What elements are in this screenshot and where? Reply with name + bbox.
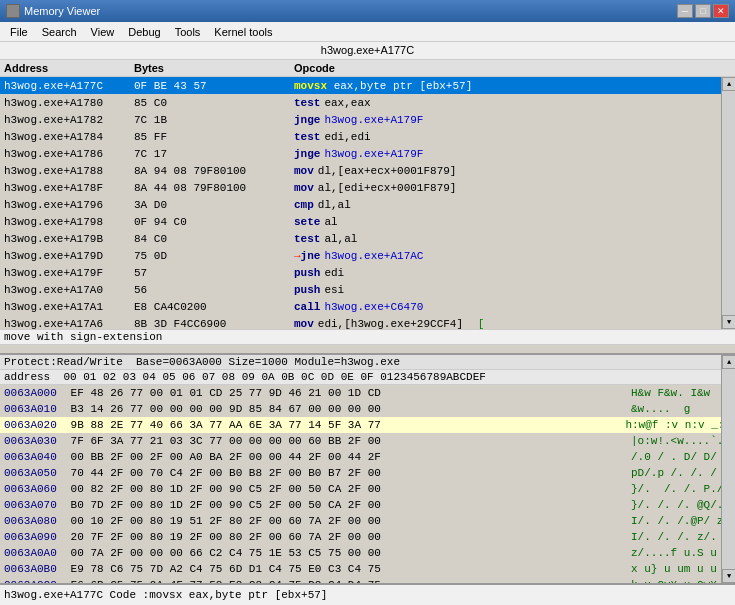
menu-file[interactable]: File <box>4 25 34 39</box>
table-row[interactable]: h3wog.exe+A1796 3A D0 cmpdl,al <box>0 196 735 213</box>
memory-scroll-up[interactable]: ▲ <box>722 355 735 369</box>
bottom-status-bar: h3wog.exe+A177C Code :movsx eax,byte ptr… <box>0 583 735 605</box>
row-opcode: movsx eax,byte ptr [ebx+57] <box>294 80 731 92</box>
close-button[interactable]: ✕ <box>713 4 729 18</box>
disasm-status-text: move with sign-extension <box>4 331 162 343</box>
table-row[interactable]: h3wog.exe+A17A0 56 pushesi <box>0 281 735 298</box>
table-row[interactable]: 0063A060 00 82 2F 00 80 1D 2F 00 90 C5 2… <box>0 481 735 497</box>
memory-scrollbar[interactable]: ▲ ▼ <box>721 355 735 583</box>
scroll-down-button[interactable]: ▼ <box>722 315 735 329</box>
table-row[interactable]: h3wog.exe+A179F 57 pushedi <box>0 264 735 281</box>
table-row[interactable]: h3wog.exe+A1782 7C 1B jngeh3wog.exe+A179… <box>0 111 735 128</box>
table-row[interactable]: h3wog.exe+A1788 8A 94 08 79F80100 movdl,… <box>0 162 735 179</box>
table-row[interactable]: 0063A070 B0 7D 2F 00 80 1D 2F 00 90 C5 2… <box>0 497 735 513</box>
disasm-scrollbar[interactable]: ▲ ▼ <box>721 77 735 329</box>
menu-view[interactable]: View <box>85 25 121 39</box>
table-row[interactable]: h3wog.exe+A179B 84 C0 testal,al <box>0 230 735 247</box>
memory-column-header: address 00 01 02 03 04 05 06 07 08 09 0A… <box>0 370 735 385</box>
row-address: h3wog.exe+A177C <box>4 80 134 92</box>
memory-info: Protect:Read/Write Base=0063A000 Size=10… <box>0 355 735 370</box>
table-row[interactable]: 0063A0C0 F6 6B C5 75 9A 4F 77 58 E3 C8 C… <box>0 577 735 583</box>
table-row[interactable]: 0063A030 7F 6F 3A 77 21 03 3C 77 00 00 0… <box>0 433 735 449</box>
row-bytes: 0F BE 43 57 <box>134 80 294 92</box>
table-row[interactable]: 0063A090 20 7F 2F 00 80 19 2F 00 80 2F 0… <box>0 529 735 545</box>
bottom-status-text: h3wog.exe+A177C Code :movsx eax,byte ptr… <box>4 589 327 601</box>
scroll-up-button[interactable]: ▲ <box>722 77 735 91</box>
table-row[interactable]: h3wog.exe+A1780 85 C0 testeax,eax <box>0 94 735 111</box>
main-area: Address Bytes Opcode h3wog.exe+A177C 0F … <box>0 60 735 583</box>
disasm-header: Address Bytes Opcode <box>0 60 735 77</box>
menu-debug[interactable]: Debug <box>122 25 166 39</box>
table-row[interactable]: h3wog.exe+A1798 0F 94 C0 seteal <box>0 213 735 230</box>
table-row[interactable]: h3wog.exe+A17A1 E8 CA4C0200 callh3wog.ex… <box>0 298 735 315</box>
memory-rows: 0063A000 EF 48 26 77 00 01 01 CD 25 77 9… <box>0 385 735 583</box>
title-bar: Memory Viewer ─ □ ✕ <box>0 0 735 22</box>
table-row[interactable]: 0063A020 9B 88 2E 77 40 66 3A 77 AA 6E 3… <box>0 417 735 433</box>
maximize-button[interactable]: □ <box>695 4 711 18</box>
menu-bar: File Search View Debug Tools Kernel tool… <box>0 22 735 42</box>
table-row[interactable]: 0063A080 00 10 2F 00 80 19 51 2F 80 2F 0… <box>0 513 735 529</box>
disasm-rows: h3wog.exe+A177C 0F BE 43 57 movsx eax,by… <box>0 77 735 329</box>
app-icon <box>6 4 20 18</box>
table-row[interactable]: 0063A040 00 BB 2F 00 2F 00 A0 BA 2F 00 0… <box>0 449 735 465</box>
memory-scroll-down[interactable]: ▼ <box>722 569 735 583</box>
location-text: h3wog.exe+A177C <box>321 44 414 56</box>
table-row[interactable]: 0063A000 EF 48 26 77 00 01 01 CD 25 77 9… <box>0 385 735 401</box>
table-row[interactable]: h3wog.exe+A177C 0F BE 43 57 movsx eax,by… <box>0 77 735 94</box>
disasm-status: move with sign-extension <box>0 329 735 345</box>
window-title: Memory Viewer <box>24 5 100 17</box>
table-row[interactable]: 0063A0A0 00 7A 2F 00 00 00 66 C2 C4 75 1… <box>0 545 735 561</box>
col-bytes: Bytes <box>134 62 294 74</box>
table-row[interactable]: h3wog.exe+A1786 7C 17 jngeh3wog.exe+A179… <box>0 145 735 162</box>
table-row[interactable]: h3wog.exe+A178F 8A 44 08 79F80100 moval,… <box>0 179 735 196</box>
table-row[interactable]: h3wog.exe+A1784 85 FF testedi,edi <box>0 128 735 145</box>
disasm-section: Address Bytes Opcode h3wog.exe+A177C 0F … <box>0 60 735 355</box>
table-row[interactable]: 0063A0B0 E9 78 C6 75 7D A2 C4 75 6D D1 C… <box>0 561 735 577</box>
table-row[interactable]: h3wog.exe+A179D 75 0D →jneh3wog.exe+A17A… <box>0 247 735 264</box>
window-controls: ─ □ ✕ <box>677 4 729 18</box>
table-row[interactable]: 0063A010 B3 14 26 77 00 00 00 00 9D 85 8… <box>0 401 735 417</box>
col-opcode: Opcode <box>294 62 731 74</box>
table-row[interactable]: h3wog.exe+A17A6 8B 3D F4CC6900 movedi,[h… <box>0 315 735 329</box>
menu-kernel-tools[interactable]: Kernel tools <box>208 25 278 39</box>
col-address: Address <box>4 62 134 74</box>
location-bar: h3wog.exe+A177C <box>0 42 735 60</box>
memory-section: Protect:Read/Write Base=0063A000 Size=10… <box>0 355 735 583</box>
table-row[interactable]: 0063A050 70 44 2F 00 70 C4 2F 00 B0 B8 2… <box>0 465 735 481</box>
menu-search[interactable]: Search <box>36 25 83 39</box>
menu-tools[interactable]: Tools <box>169 25 207 39</box>
minimize-button[interactable]: ─ <box>677 4 693 18</box>
